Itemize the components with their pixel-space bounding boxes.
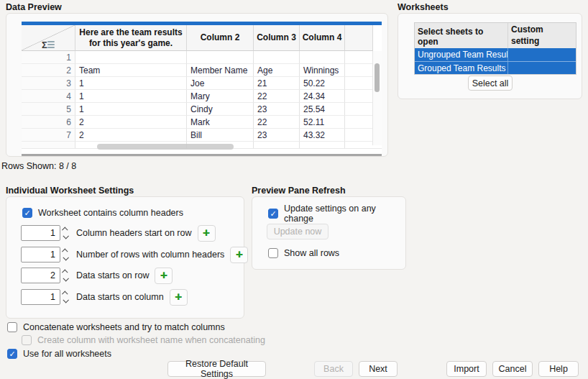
use-for-all-checkbox[interactable]: ✓: [7, 349, 17, 359]
plus-icon: +: [175, 291, 182, 303]
data-start-column-input[interactable]: 1: [21, 289, 60, 305]
cell: 2: [75, 129, 187, 142]
chevron-up-icon[interactable]: [62, 248, 68, 254]
data-start-column-add-button[interactable]: +: [170, 289, 188, 306]
update-on-change-checkbox[interactable]: ✓: [268, 209, 278, 219]
table-row[interactable]: 3 1 Joe 21 50.22: [22, 77, 382, 90]
worksheet-name[interactable]: Grouped Team Results: [415, 62, 508, 74]
worksheets-col-header-sheets: Select sheets to open: [415, 23, 508, 48]
cancel-button[interactable]: Cancel: [492, 361, 533, 377]
table-row[interactable]: 1: [22, 51, 382, 64]
cell: Team: [75, 64, 187, 77]
list-icon: [47, 41, 55, 50]
data-start-column-stepper[interactable]: [60, 289, 70, 305]
create-column-checkbox-row: Create column with worksheet name when c…: [22, 334, 265, 346]
header-rows-count-label: Number of rows with column headers: [76, 250, 224, 260]
preview-col-header-3[interactable]: Column 3: [254, 25, 300, 51]
headers-start-row-add-button[interactable]: +: [198, 225, 216, 242]
worksheets-header-row: Select sheets to open Custom setting: [415, 23, 576, 48]
update-on-change-checkbox-row[interactable]: ✓ Update settings on any change: [268, 208, 405, 219]
cell: Joe: [187, 77, 254, 90]
table-row[interactable]: 4 1 Mary 22 24.34: [22, 90, 382, 103]
row-number[interactable]: 4: [22, 90, 75, 103]
restore-defaults-button[interactable]: Restore Default Settings: [167, 361, 266, 377]
cell: [300, 51, 345, 64]
concatenate-checkbox-row[interactable]: Concatenate worksheets and try to match …: [7, 321, 225, 333]
preview-col-header-4[interactable]: Column 4: [300, 25, 345, 51]
cell: Winnings: [300, 64, 345, 77]
next-button[interactable]: Next: [359, 361, 398, 377]
chevron-down-icon[interactable]: [63, 275, 68, 281]
horizontal-scrollbar-thumb[interactable]: [97, 144, 234, 150]
row-number[interactable]: 3: [22, 77, 75, 90]
data-start-column-label: Data starts on column: [76, 292, 164, 302]
vertical-scrollbar-thumb[interactable]: [375, 63, 380, 92]
cell: [345, 90, 373, 103]
help-button[interactable]: Help: [538, 361, 579, 377]
headers-start-row-stepper[interactable]: [60, 225, 70, 241]
select-all-button[interactable]: Select all: [468, 76, 513, 91]
data-start-column-setting: 1 Data starts on column +: [21, 289, 188, 305]
back-button[interactable]: Back: [314, 361, 353, 377]
row-number[interactable]: 1: [22, 51, 75, 64]
use-for-all-checkbox-row[interactable]: ✓ Use for all worksheets: [7, 348, 111, 360]
cell: Mary: [187, 90, 254, 103]
preview-col-header-2[interactable]: Column 2: [187, 25, 254, 51]
table-row[interactable]: 7 2 Bill 23 43.32: [22, 129, 382, 142]
cell: 24.34: [300, 90, 345, 103]
show-all-rows-checkbox-row[interactable]: Show all rows: [268, 247, 339, 259]
worksheet-item-grouped[interactable]: Grouped Team Results: [415, 61, 576, 74]
update-now-button[interactable]: Update now: [267, 224, 329, 239]
import-button[interactable]: Import: [446, 361, 487, 377]
data-preview-table: Σ Here are the team results for this yea…: [22, 22, 382, 154]
cell: Mark: [187, 116, 254, 129]
data-start-row-input[interactable]: 2: [21, 268, 60, 283]
cell: 52.11: [300, 116, 345, 129]
data-start-row-setting: 2 Data starts on row +: [21, 268, 173, 283]
data-start-row-stepper[interactable]: [60, 268, 70, 283]
show-all-rows-label: Show all rows: [284, 248, 339, 258]
preview-corner-cell[interactable]: Σ: [22, 25, 75, 51]
contains-headers-checkbox-row[interactable]: ✓ Worksheet contains column headers: [22, 207, 183, 219]
worksheet-item-ungrouped[interactable]: Ungrouped Team Results: [415, 48, 576, 61]
headers-start-row-input[interactable]: 1: [21, 225, 60, 241]
row-number[interactable]: 5: [22, 103, 75, 116]
table-row[interactable]: 5 1 Cindy 23 25.54: [22, 103, 382, 116]
show-all-rows-checkbox[interactable]: [268, 248, 278, 258]
cell: Bill: [187, 129, 254, 142]
cell: 22: [254, 116, 300, 129]
horizontal-scrollbar[interactable]: [22, 148, 382, 156]
plus-icon: +: [160, 269, 167, 281]
worksheet-name[interactable]: Ungrouped Team Results: [415, 48, 508, 61]
header-rows-count-stepper[interactable]: [60, 247, 70, 262]
cell: 2: [75, 116, 187, 129]
preview-col-header-5[interactable]: [345, 25, 373, 51]
create-column-checkbox[interactable]: [22, 335, 32, 345]
concatenate-checkbox[interactable]: [7, 322, 17, 332]
row-number[interactable]: 2: [22, 64, 75, 77]
row-number[interactable]: 6: [22, 116, 75, 129]
chevron-up-icon[interactable]: [62, 291, 68, 296]
chevron-down-icon[interactable]: [63, 297, 68, 303]
cell: 21: [254, 77, 300, 90]
header-rows-count-add-button[interactable]: +: [230, 247, 248, 263]
preview-col-header-1[interactable]: Here are the team results for this year'…: [75, 25, 187, 51]
table-row[interactable]: 2 Team Member Name Age Winnings: [22, 64, 382, 77]
sigma-icon: Σ: [42, 40, 47, 50]
header-rows-count-input[interactable]: 1: [21, 247, 60, 262]
table-bottom-edge: [22, 154, 382, 156]
row-number[interactable]: 7: [22, 129, 75, 142]
preview-refresh-title: Preview Pane Refresh: [252, 186, 346, 196]
contains-headers-checkbox[interactable]: ✓: [22, 208, 32, 218]
chevron-down-icon[interactable]: [63, 233, 68, 239]
chevron-up-icon[interactable]: [62, 269, 68, 275]
worksheets-col-header-custom: Custom setting: [508, 23, 576, 48]
data-start-row-add-button[interactable]: +: [155, 268, 173, 284]
worksheet-custom-setting[interactable]: [508, 62, 576, 74]
chevron-up-icon[interactable]: [62, 227, 68, 232]
chevron-down-icon[interactable]: [63, 255, 68, 260]
table-row[interactable]: 6 2 Mark 22 52.11: [22, 116, 382, 129]
checkmark-icon: ✓: [9, 350, 15, 358]
worksheet-custom-setting[interactable]: [508, 48, 576, 61]
cell: 23: [254, 129, 300, 142]
